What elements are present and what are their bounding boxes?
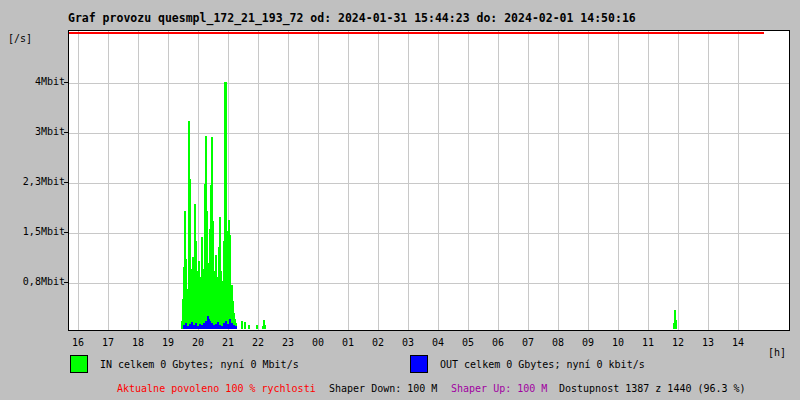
x-tick-label: 01 [336,337,360,349]
x-tick-label: 13 [696,337,720,349]
y-tick-mark [64,132,68,133]
y-tick-mark [64,82,68,83]
x-tick-label: 22 [246,337,270,349]
x-tick-label: 00 [306,337,330,349]
grid-line-vertical [288,31,289,330]
grid-line-vertical [588,31,589,330]
grid-line-vertical [468,31,469,330]
grid-line-horizontal [69,133,789,134]
traffic-bar-in [241,321,243,329]
x-tick-label: 17 [96,337,120,349]
traffic-graph-screen: Graf provozu quesmpl_172_21_193_72 od: 2… [0,0,800,400]
grid-line-vertical [528,31,529,330]
y-tick-label: 3Mbit [0,126,65,138]
grid-line-horizontal [69,233,789,234]
chart-title: Graf provozu quesmpl_172_21_193_72 od: 2… [68,11,636,25]
traffic-bar-in [244,322,246,329]
traffic-bar-in [256,325,258,329]
status-shaper-up: Shaper Up: 100 M [451,383,547,394]
legend-in-swatch [70,355,88,373]
x-tick-label: 16 [66,337,90,349]
y-tick-label: 0,8Mbit [0,276,65,288]
grid-line-vertical [558,31,559,330]
grid-line-vertical [168,31,169,330]
grid-line-horizontal [69,283,789,284]
x-tick-label: 12 [666,337,690,349]
traffic-bar-in [675,320,677,329]
x-tick-label: 20 [186,337,210,349]
x-tick-label: 14 [726,337,750,349]
plot-area [68,30,790,331]
legend-in-label: IN celkem 0 Gbytes; nyní 0 Mbit/s [100,359,299,370]
allowed-speed-line [69,32,764,34]
x-axis-unit-label: [h] [768,347,786,358]
x-tick-label: 11 [636,337,660,349]
x-tick-label: 09 [576,337,600,349]
traffic-bar-in [264,325,266,329]
x-tick-label: 19 [156,337,180,349]
legend-out-swatch [410,355,428,373]
y-tick-mark [64,182,68,183]
x-tick-label: 05 [456,337,480,349]
grid-line-vertical [648,31,649,330]
grid-line-vertical [678,31,679,330]
grid-line-vertical [348,31,349,330]
grid-line-vertical [78,31,79,330]
x-tick-label: 07 [516,337,540,349]
grid-line-vertical [318,31,319,330]
grid-line-horizontal [69,83,789,84]
grid-line-vertical [438,31,439,330]
grid-line-vertical [258,31,259,330]
grid-line-vertical [378,31,379,330]
x-tick-label: 23 [276,337,300,349]
grid-line-vertical [138,31,139,330]
traffic-bar-out [235,326,237,329]
grid-line-vertical [408,31,409,330]
y-axis-unit-label: [/s] [8,33,32,44]
x-tick-label: 21 [216,337,240,349]
y-tick-mark [64,232,68,233]
x-tick-label: 02 [366,337,390,349]
y-tick-mark [64,282,68,283]
y-tick-label: 4Mbit [0,76,65,88]
x-tick-label: 06 [486,337,510,349]
x-tick-label: 04 [426,337,450,349]
status-shaper-down: Shaper Down: 100 M [329,383,437,394]
x-tick-label: 10 [606,337,630,349]
status-allowed-speed: Aktualne povoleno 100 % rychlosti [117,383,316,394]
grid-line-horizontal [69,183,789,184]
grid-line-vertical [618,31,619,330]
y-tick-label: 1,5Mbit [0,226,65,238]
grid-line-vertical [108,31,109,330]
legend-out-label: OUT celkem 0 Gbytes; nyní 0 kbit/s [440,359,645,370]
x-tick-label: 18 [126,337,150,349]
x-tick-label: 03 [396,337,420,349]
x-tick-label: 08 [546,337,570,349]
status-availability: Dostupnost 1387 z 1440 (96.3 %) [559,383,746,394]
grid-line-vertical [738,31,739,330]
grid-line-vertical [708,31,709,330]
traffic-bar-in [248,325,250,329]
y-tick-label: 2,3Mbit [0,176,65,188]
grid-line-vertical [498,31,499,330]
